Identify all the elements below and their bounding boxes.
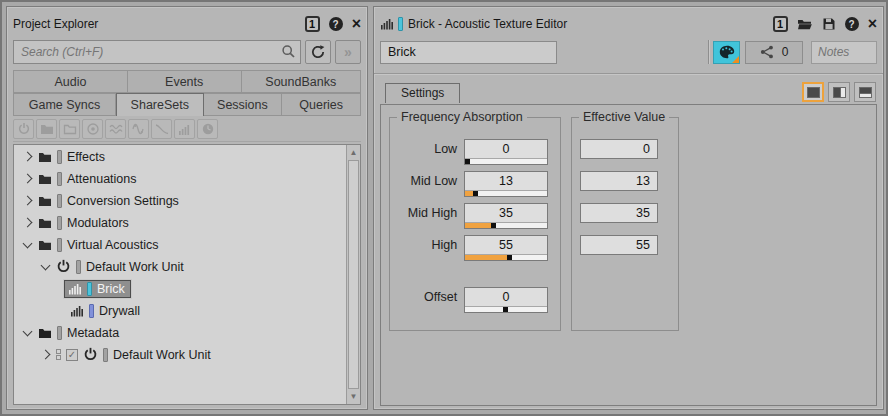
- work-unit-icon: [56, 259, 71, 274]
- tree-item-brick[interactable]: Brick: [14, 277, 360, 299]
- scrollbar-thumb[interactable]: [348, 160, 359, 389]
- tab-settings[interactable]: Settings: [385, 83, 460, 103]
- color-palette-button[interactable]: [713, 41, 740, 64]
- group-title: Frequency Absorption: [397, 110, 527, 124]
- slider-track[interactable]: [465, 159, 547, 164]
- tree-item-label: Virtual Acoustics: [67, 238, 158, 252]
- share-references-button[interactable]: 0: [745, 41, 803, 64]
- slider-track[interactable]: [465, 223, 547, 228]
- low-value[interactable]: 0: [465, 140, 547, 159]
- color-strip: [76, 260, 81, 274]
- tab-events[interactable]: Events: [128, 70, 242, 93]
- tree-item-modulators[interactable]: Modulators: [14, 211, 360, 233]
- tab-sessions[interactable]: Sessions: [204, 93, 283, 116]
- instance-number-badge[interactable]: 1: [305, 16, 320, 32]
- instance-number-badge[interactable]: 1: [773, 16, 788, 32]
- offset-slider[interactable]: 0: [464, 287, 548, 313]
- app-window: Project Explorer 1 ? × » Audio Events: [0, 0, 888, 416]
- new-attenuation-button[interactable]: [82, 119, 103, 139]
- layout-vertical-split-button[interactable]: [828, 82, 850, 102]
- offset-value[interactable]: 0: [465, 288, 547, 307]
- save-icon[interactable]: [822, 17, 836, 31]
- forward-chevrons-button[interactable]: »: [335, 40, 361, 64]
- tree-item-drywall[interactable]: Drywall: [14, 299, 360, 321]
- tree-item-default-work-unit[interactable]: Default Work Unit: [14, 255, 360, 277]
- tab-sharesets[interactable]: ShareSets: [116, 93, 204, 116]
- slider-thumb[interactable]: [503, 307, 508, 312]
- share-icon: [760, 45, 774, 59]
- tab-game-syncs[interactable]: Game Syncs: [13, 93, 116, 116]
- slider-thumb[interactable]: [465, 159, 470, 164]
- tab-queries[interactable]: Queries: [282, 93, 361, 116]
- color-strip: [398, 17, 403, 31]
- expander-chevron-icon[interactable]: [23, 218, 33, 228]
- layout-single-pane-button[interactable]: [802, 82, 824, 102]
- new-work-unit-button[interactable]: [13, 119, 34, 139]
- expander-chevron-icon[interactable]: [23, 326, 33, 336]
- slider-track[interactable]: [465, 191, 547, 196]
- slider-thumb[interactable]: [491, 223, 496, 228]
- tree-item-effects[interactable]: Effects: [14, 145, 360, 167]
- high-slider[interactable]: 55: [464, 235, 548, 261]
- tree-item-virtual-acoustics[interactable]: Virtual Acoustics: [14, 233, 360, 255]
- new-modulator-button[interactable]: [128, 119, 149, 139]
- tab-soundbanks[interactable]: SoundBanks: [242, 70, 361, 93]
- expander-chevron-icon[interactable]: [23, 152, 33, 162]
- high-value[interactable]: 55: [465, 236, 547, 255]
- new-folder-button[interactable]: [36, 119, 57, 139]
- slider-track[interactable]: [465, 307, 547, 312]
- tree-item-metadata[interactable]: Metadata: [14, 321, 360, 343]
- open-folder-icon[interactable]: [797, 17, 813, 31]
- help-icon[interactable]: ?: [329, 17, 343, 31]
- vertical-split-icon: [833, 87, 846, 98]
- panel-title: Brick - Acoustic Texture Editor: [408, 17, 567, 31]
- field-label: Mid High: [396, 203, 457, 220]
- expander-chevron-icon[interactable]: [23, 196, 33, 206]
- acoustic-texture-icon: [380, 17, 394, 31]
- effective-value-low: 0: [580, 139, 658, 159]
- close-icon[interactable]: ×: [868, 17, 877, 31]
- work-unit-icon: [83, 347, 98, 362]
- mid-low-slider[interactable]: 13: [464, 171, 548, 197]
- new-conversion-settings-button[interactable]: [105, 119, 126, 139]
- tree-item-metadata-default-work-unit[interactable]: ✓ Default Work Unit: [14, 343, 360, 365]
- expander-chevron-icon[interactable]: [41, 260, 51, 270]
- notes-input[interactable]: [811, 41, 877, 64]
- tree-item-conversion-settings[interactable]: Conversion Settings: [14, 189, 360, 211]
- new-curve-button[interactable]: [151, 119, 172, 139]
- tree-item-label: Conversion Settings: [67, 194, 179, 208]
- search-input[interactable]: [13, 40, 301, 64]
- tab-row-bottom: Game Syncs ShareSets Sessions Queries: [13, 93, 361, 116]
- color-strip: [57, 194, 62, 208]
- new-acoustic-texture-button[interactable]: [174, 119, 195, 139]
- folder-icon: [38, 216, 52, 230]
- layout-horizontal-split-button[interactable]: [854, 82, 876, 102]
- help-icon[interactable]: ?: [845, 17, 859, 31]
- refresh-button[interactable]: [305, 40, 331, 64]
- absorption-row-mid-high: Mid High 35: [396, 203, 548, 229]
- tree-item-attenuations[interactable]: Attenuations: [14, 167, 360, 189]
- new-metadata-button[interactable]: [197, 119, 218, 139]
- scroll-up-icon[interactable]: ▲: [347, 145, 360, 160]
- mid-low-value[interactable]: 13: [465, 172, 547, 191]
- slider-track[interactable]: [465, 255, 547, 260]
- mid-high-value[interactable]: 35: [465, 204, 547, 223]
- effective-value-mid-low: 13: [580, 171, 658, 191]
- tree-item-label: Effects: [67, 150, 105, 164]
- expander-chevron-icon[interactable]: [41, 350, 51, 360]
- metadata-checkbox[interactable]: ✓: [66, 349, 78, 361]
- tab-audio[interactable]: Audio: [13, 70, 128, 93]
- new-virtual-folder-button[interactable]: [59, 119, 80, 139]
- color-strip: [57, 150, 62, 164]
- palette-icon: [719, 45, 735, 59]
- scroll-down-icon[interactable]: ▼: [347, 389, 360, 404]
- object-name-input[interactable]: [380, 41, 557, 64]
- expander-chevron-icon[interactable]: [23, 238, 33, 248]
- low-slider[interactable]: 0: [464, 139, 548, 165]
- mid-high-slider[interactable]: 35: [464, 203, 548, 229]
- slider-thumb[interactable]: [507, 255, 512, 260]
- close-icon[interactable]: ×: [352, 17, 361, 31]
- slider-thumb[interactable]: [473, 191, 478, 196]
- expander-chevron-icon[interactable]: [23, 174, 33, 184]
- tree-scrollbar[interactable]: ▲ ▼: [346, 145, 360, 404]
